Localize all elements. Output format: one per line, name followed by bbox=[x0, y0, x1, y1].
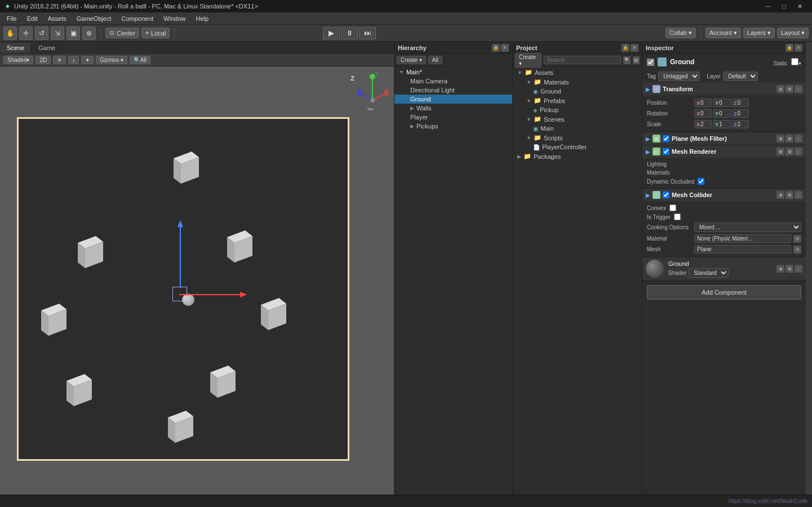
material-ref-icon[interactable]: ⊕ bbox=[776, 265, 784, 273]
transform-tool-button[interactable]: ⊕ bbox=[82, 26, 96, 40]
fx-toggle[interactable]: ✦ bbox=[81, 56, 94, 64]
material-settings-icon[interactable]: ⚙ bbox=[786, 265, 793, 273]
pivot-dropdown[interactable]: ⊙Center bbox=[105, 28, 139, 38]
rect-tool-button[interactable]: ▣ bbox=[66, 26, 80, 40]
2d-button[interactable]: 2D bbox=[36, 56, 51, 64]
step-button[interactable]: ⏭ bbox=[359, 27, 376, 39]
rot-x-field[interactable]: X 0 bbox=[694, 109, 712, 118]
shaded-dropdown[interactable]: Shaded▾ bbox=[3, 56, 33, 64]
mesh-collider-header[interactable]: ▶ ⬡ Mesh Collider ⊕ ⚙ ⋮ bbox=[642, 189, 806, 201]
mesh-collider-settings-icon[interactable]: ⚙ bbox=[786, 191, 793, 199]
static-checkbox[interactable] bbox=[791, 58, 798, 65]
pos-x-field[interactable]: X 0 bbox=[694, 99, 712, 107]
menu-window[interactable]: Window bbox=[159, 14, 190, 23]
transform-overflow-icon[interactable]: ⋮ bbox=[795, 85, 802, 93]
collab-dropdown[interactable]: Collab ▾ bbox=[665, 28, 696, 38]
layer-dropdown[interactable]: Default bbox=[723, 72, 758, 81]
mesh-renderer-overflow-icon[interactable]: ⋮ bbox=[795, 148, 802, 155]
project-item-main-scene[interactable]: ▣ Main bbox=[513, 124, 642, 133]
tab-scene[interactable]: Scene bbox=[0, 43, 32, 53]
scale-y-field[interactable]: Y 1 bbox=[713, 120, 730, 128]
mesh-renderer-header[interactable]: ▶ ▤ Mesh Renderer ⊕ ⚙ ⋮ bbox=[642, 145, 806, 158]
collider-material-pick-icon[interactable]: ⊙ bbox=[793, 235, 801, 243]
menu-help[interactable]: Help bbox=[191, 14, 213, 23]
minimize-button[interactable]: ─ bbox=[760, 0, 776, 12]
project-item-materials[interactable]: ▼ 📁 Materials bbox=[513, 77, 642, 87]
account-dropdown[interactable]: Account ▾ bbox=[705, 28, 741, 38]
pos-z-field[interactable]: Z 0 bbox=[731, 99, 749, 107]
project-item-ground-asset[interactable]: ◉ Ground bbox=[513, 87, 642, 96]
scale-z-field[interactable]: Z 2 bbox=[731, 120, 749, 128]
lighting-toggle[interactable]: ☀ bbox=[53, 56, 66, 64]
inspector-lock-icon[interactable]: 🔒 bbox=[786, 44, 793, 52]
convex-checkbox[interactable] bbox=[669, 204, 676, 211]
hierarchy-lock-icon[interactable]: 🔒 bbox=[492, 44, 500, 52]
hierarchy-item-maincamera[interactable]: Main Camera bbox=[394, 77, 512, 86]
mesh-renderer-settings-icon[interactable]: ⚙ bbox=[786, 148, 793, 155]
mesh-filter-checkbox[interactable] bbox=[663, 135, 669, 142]
inspector-menu-icon[interactable]: ≡ bbox=[795, 44, 802, 52]
hierarchy-item-pickups[interactable]: ▶ Pickups bbox=[394, 122, 512, 131]
space-dropdown[interactable]: ⌖Local bbox=[141, 28, 170, 38]
mesh-collider-overflow-icon[interactable]: ⋮ bbox=[795, 191, 802, 199]
transform-settings-icon[interactable]: ⚙ bbox=[786, 85, 793, 93]
gizmos-dropdown[interactable]: Gizmos ▾ bbox=[96, 56, 127, 64]
project-search-icon[interactable]: 🔍 bbox=[623, 56, 630, 64]
project-item-scenes[interactable]: ▼ 📁 Scenes bbox=[513, 114, 642, 124]
mesh-filter-settings-icon[interactable]: ⚙ bbox=[786, 135, 793, 143]
transform-header[interactable]: ▶ ⊹ Transform ⊕ ⚙ ⋮ bbox=[642, 83, 806, 95]
mesh-filter-ref-icon[interactable]: ⊕ bbox=[776, 135, 784, 143]
menu-edit[interactable]: Edit bbox=[23, 14, 42, 23]
project-item-pickup[interactable]: ◈ Pickup bbox=[513, 105, 642, 114]
menu-file[interactable]: File bbox=[2, 14, 21, 23]
menu-component[interactable]: Component bbox=[117, 14, 158, 23]
hierarchy-item-walls[interactable]: ▶ Walls bbox=[394, 104, 512, 113]
tab-game[interactable]: Game bbox=[32, 43, 63, 53]
project-filter-icon[interactable]: ▤ bbox=[633, 56, 640, 64]
pos-y-field[interactable]: Y 0 bbox=[713, 99, 730, 107]
mesh-collider-ref-icon[interactable]: ⊕ bbox=[776, 191, 784, 199]
project-item-assets[interactable]: ▼ 📁 Assets bbox=[513, 68, 642, 77]
project-item-prefabs[interactable]: ▼ 📁 Prefabs bbox=[513, 96, 642, 105]
project-item-packages[interactable]: ▶ 📁 Packages bbox=[513, 152, 642, 161]
scene-viewport[interactable]: Y X Z Iso Z bbox=[0, 66, 394, 507]
cooking-options-dropdown[interactable]: Mixed ... bbox=[694, 223, 801, 232]
project-search-input[interactable] bbox=[544, 56, 621, 64]
rotate-tool-button[interactable]: ↺ bbox=[35, 26, 48, 40]
mesh-filter-header[interactable]: ▶ ▦ Plane (Mesh Filter) ⊕ ⚙ ⋮ bbox=[642, 132, 806, 145]
search-scene[interactable]: 🔍All bbox=[130, 56, 150, 64]
rot-z-field[interactable]: Z 0 bbox=[731, 109, 749, 118]
collider-mesh-pick-icon[interactable]: ⊙ bbox=[793, 246, 801, 254]
mesh-collider-checkbox[interactable] bbox=[663, 192, 669, 198]
hierarchy-item-ground[interactable]: Ground bbox=[394, 95, 512, 104]
is-trigger-checkbox[interactable] bbox=[674, 214, 681, 220]
hierarchy-scene[interactable]: ▼ Main* bbox=[394, 68, 512, 77]
project-item-scripts[interactable]: ▼ 📁 Scripts bbox=[513, 133, 642, 143]
project-lock-icon[interactable]: 🔒 bbox=[622, 44, 629, 52]
mesh-renderer-ref-icon[interactable]: ⊕ bbox=[776, 148, 784, 155]
move-tool-button[interactable]: ✛ bbox=[19, 26, 33, 40]
menu-gameobject[interactable]: GameObject bbox=[72, 14, 116, 23]
transform-ref-icon[interactable]: ⊕ bbox=[776, 85, 784, 93]
menu-assets[interactable]: Assets bbox=[43, 14, 71, 23]
maximize-button[interactable]: □ bbox=[776, 0, 792, 12]
scale-x-field[interactable]: X 2 bbox=[694, 120, 712, 128]
layers-dropdown[interactable]: Layers ▾ bbox=[743, 28, 775, 38]
hierarchy-all-button[interactable]: All bbox=[428, 56, 442, 64]
project-create-button[interactable]: Create ▾ bbox=[515, 53, 542, 68]
mesh-renderer-checkbox[interactable] bbox=[663, 148, 669, 155]
object-active-checkbox[interactable] bbox=[647, 59, 654, 66]
close-button[interactable]: ✕ bbox=[792, 0, 807, 12]
scale-tool-button[interactable]: ⇲ bbox=[51, 26, 64, 40]
project-menu-icon[interactable]: ≡ bbox=[631, 44, 638, 52]
add-component-button[interactable]: Add Component bbox=[647, 285, 801, 300]
project-item-playercontroller[interactable]: 📄 PlayerController bbox=[513, 143, 642, 152]
dynamic-occluded-checkbox[interactable] bbox=[698, 178, 704, 185]
shader-dropdown[interactable]: Standard bbox=[689, 268, 729, 278]
pause-button[interactable]: ⏸ bbox=[341, 27, 358, 39]
material-overflow-icon[interactable]: ⋮ bbox=[795, 265, 802, 273]
audio-toggle[interactable]: ♪ bbox=[68, 56, 79, 64]
hierarchy-item-directionallight[interactable]: Directional Light bbox=[394, 86, 512, 95]
hierarchy-create-button[interactable]: Create ▾ bbox=[397, 56, 426, 64]
mesh-filter-overflow-icon[interactable]: ⋮ bbox=[795, 135, 802, 143]
